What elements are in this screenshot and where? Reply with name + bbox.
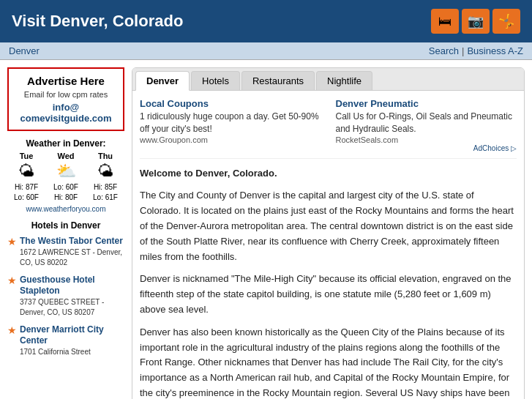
business-az-link[interactable]: Business A-Z (467, 45, 523, 56)
local-coupons-link[interactable]: Local Coupons (140, 98, 209, 109)
content-area: Denver Hotels Restaurants Nightlife Loca… (132, 67, 525, 399)
breadcrumb: Denver (9, 45, 40, 56)
weather-link: www.weatherforyou.com (7, 205, 124, 213)
article-welcome: Welcome to Denver, Colorado. (140, 166, 517, 182)
weather-days: Tue 🌤 Hi: 87FLo: 60F Wed ⛅ Lo: 60FHi: 80… (7, 152, 124, 203)
hotel-addr-2: 3737 QUEBEC STREET - Denver, CO, US 8020… (20, 297, 124, 318)
bed-icon-button[interactable]: 🛏 (431, 9, 459, 34)
article-para-1: The City and County of Denver is the cap… (140, 188, 517, 264)
hotel-addr-3: 1701 California Street (20, 347, 124, 357)
figure-icon-button[interactable]: 🤸 (492, 9, 520, 34)
article-para-2: Denver is nicknamed "The Mile-High City"… (140, 272, 517, 317)
hotel-link-2[interactable]: Guesthouse Hotel Stapleton (20, 275, 95, 296)
ad-col-text-2: Call Us for O-Rings, Oil Seals and Pneum… (336, 111, 517, 135)
hotel-star-icon: ★ (7, 236, 17, 247)
camera-icon-button[interactable]: 📷 (462, 9, 490, 34)
hotel-addr-1: 1672 LAWRENCE ST - Denver, CO, US 80202 (20, 247, 124, 268)
hotel-item-1: ★ The Westin Tabor Center 1672 LAWRENCE … (7, 235, 124, 268)
advertise-box: Advertise Here Email for low cpm rates i… (7, 67, 124, 131)
weather-section: Weather in Denver: Tue 🌤 Hi: 87FLo: 60F … (7, 138, 124, 213)
weather-day-name: Thu (86, 152, 124, 160)
hotel-item-2: ★ Guesthouse Hotel Stapleton 3737 QUEBEC… (7, 274, 124, 318)
denver-pneumatic-link[interactable]: Denver Pneumatic (336, 98, 419, 109)
weather-day-name: Tue (7, 152, 45, 160)
page-title: Visit Denver, Colorado (12, 12, 183, 31)
weather-day-thu: Thu 🌤 Hi: 85FLo: 61F (86, 152, 124, 203)
weather-temps-wed: Lo: 60FHi: 80F (47, 182, 85, 203)
sidebar-hotels-title: Hotels in Denver (7, 220, 124, 231)
hotel-info-2: Guesthouse Hotel Stapleton 3737 QUEBEC S… (20, 274, 124, 318)
ad-col-text-1: 1 ridiculously huge coupon a day. Get 50… (140, 111, 321, 135)
weather-sun2-icon: 🌤 (86, 162, 124, 181)
article-content: Welcome to Denver, Colorado. The City an… (140, 166, 517, 399)
weather-title: Weather in Denver: (7, 138, 124, 149)
hotel-item-3: ★ Denver Marriott City Center 1701 Calif… (7, 324, 124, 357)
ad-subtitle: Email for low cpm rates (15, 90, 117, 99)
weather-site-link[interactable]: www.weatherforyou.com (26, 205, 106, 213)
weather-day-wed: Wed ⛅ Lo: 60FHi: 80F (47, 152, 85, 203)
main-container: Advertise Here Email for low cpm rates i… (0, 60, 532, 399)
sidebar: Advertise Here Email for low cpm rates i… (7, 67, 124, 399)
nav-right: Search | Business A-Z (429, 45, 523, 56)
adchoices-label: AdChoices ▷ (473, 144, 517, 152)
hotel-star-icon: ★ (7, 275, 17, 286)
hotel-link-3[interactable]: Denver Marriott City Center (20, 324, 104, 346)
tab-nightlife[interactable]: Nightlife (316, 71, 372, 90)
hotel-link-1[interactable]: The Westin Tabor Center (20, 236, 123, 246)
welcome-bold: Welcome to Denver, Colorado. (140, 168, 277, 179)
weather-temps-thu: Hi: 85FLo: 61F (86, 182, 124, 203)
navbar: Denver Search | Business A-Z (0, 42, 532, 60)
tab-denver[interactable]: Denver (135, 71, 190, 91)
weather-day-name: Wed (47, 152, 85, 160)
weather-cloud-icon: ⛅ (47, 162, 85, 181)
ad-title: Advertise Here (15, 75, 117, 87)
ad-row: Local Coupons 1 ridiculously huge coupon… (140, 98, 517, 159)
ad-col-denver-pneumatic: Denver Pneumatic Call Us for O-Rings, Oi… (336, 98, 517, 152)
ad-col-link-1: www.Groupon.com (140, 135, 321, 144)
content-body: Local Coupons 1 ridiculously huge coupon… (132, 91, 524, 399)
weather-sun-icon: 🌤 (7, 162, 45, 181)
tab-restaurants[interactable]: Restaurants (241, 71, 315, 90)
weather-temps-tue: Hi: 87FLo: 60F (7, 182, 45, 203)
adchoices: AdChoices ▷ (336, 144, 517, 152)
hotel-star-icon: ★ (7, 324, 17, 336)
weather-day-tue: Tue 🌤 Hi: 87FLo: 60F (7, 152, 45, 203)
tab-hotels[interactable]: Hotels (191, 71, 240, 90)
article-para-3: Denver has also been known historically … (140, 325, 517, 399)
ad-col-title-2: Denver Pneumatic (336, 98, 517, 109)
nav-divider: | (462, 45, 464, 56)
ad-col-title-1: Local Coupons (140, 98, 321, 109)
hotel-info-1: The Westin Tabor Center 1672 LAWRENCE ST… (20, 235, 124, 268)
hotel-info-3: Denver Marriott City Center 1701 Califor… (20, 324, 124, 357)
search-link[interactable]: Search (429, 45, 459, 56)
page-header: Visit Denver, Colorado 🛏 📷 🤸 (0, 0, 532, 42)
tabs: Denver Hotels Restaurants Nightlife (132, 68, 524, 91)
header-icon-group: 🛏 📷 🤸 (431, 9, 520, 34)
ad-col-link-2: RocketSeals.com (336, 135, 517, 144)
ad-email: info@comevisitguide.com (15, 102, 117, 124)
ad-col-local-coupons: Local Coupons 1 ridiculously huge coupon… (140, 98, 321, 152)
breadcrumb-link[interactable]: Denver (9, 45, 40, 56)
